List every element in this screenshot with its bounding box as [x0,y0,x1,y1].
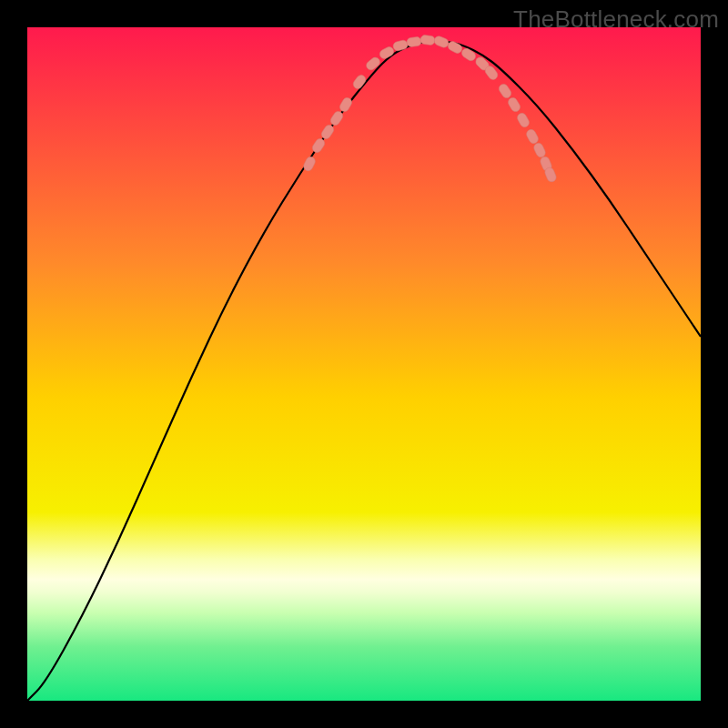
curve-marker [351,74,368,91]
chart-svg [27,27,701,701]
curve-marker [433,35,450,48]
curve-marker [379,46,396,60]
curve-marker [339,96,354,114]
curve-marker [392,39,409,52]
curve-marker [310,137,326,155]
curve-marker [406,36,421,47]
curve-marker [365,56,382,72]
curve-marker [460,46,478,62]
curve-marker [302,156,317,173]
curve-marker [516,112,531,129]
curve-marker [497,83,512,100]
curve-marker [420,35,435,46]
bottleneck-curve [27,41,701,701]
curve-marker [532,142,547,159]
watermark-text: TheBottleneck.com [513,5,719,34]
marker-group [302,35,558,183]
chart-plot-area [27,27,701,701]
curve-marker [525,128,540,146]
curve-marker [507,96,522,114]
